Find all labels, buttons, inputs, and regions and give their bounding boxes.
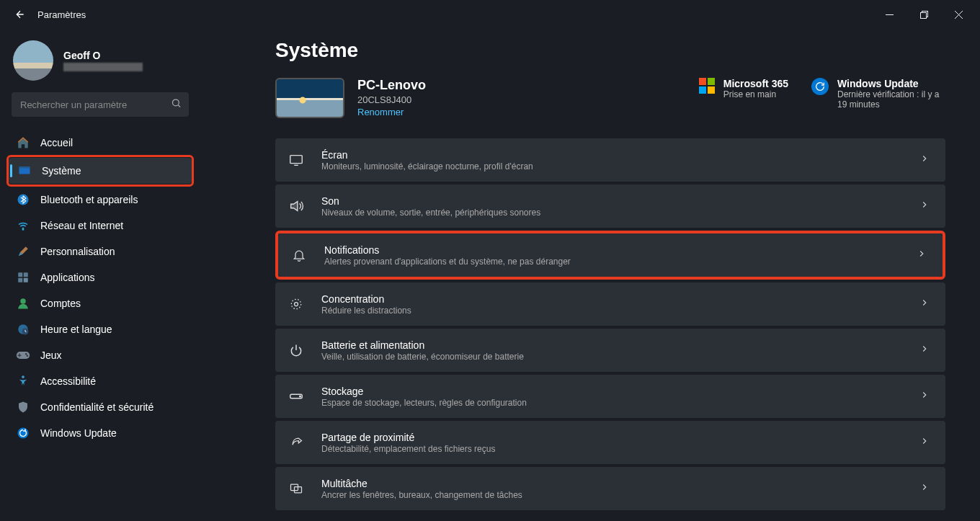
setting-desc: Détectabilité, emplacement des fichiers …: [321, 444, 495, 454]
svg-rect-7: [18, 272, 22, 277]
sidebar-item-systeme[interactable]: Système: [9, 158, 192, 184]
sidebar-item-accueil[interactable]: Accueil: [7, 130, 193, 156]
svg-point-6: [22, 229, 24, 231]
shield-icon: [16, 400, 30, 414]
search-input[interactable]: [12, 92, 189, 117]
setting-batterie[interactable]: Batterie et alimentationVeille, utilisat…: [275, 329, 945, 372]
focus-icon: [287, 295, 306, 313]
sidebar-item-jeux[interactable]: Jeux: [7, 342, 193, 368]
chevron-right-icon: [919, 344, 930, 357]
bell-icon: [290, 246, 308, 264]
page-title: Système: [275, 39, 945, 62]
wifi-icon: [16, 218, 30, 233]
svg-point-11: [20, 298, 26, 304]
sound-icon: [287, 197, 306, 215]
svg-rect-9: [18, 278, 22, 282]
chevron-right-icon: [919, 153, 930, 166]
setting-ecran[interactable]: ÉcranMoniteurs, luminosité, éclairage no…: [275, 138, 945, 182]
maximize-button[interactable]: [908, 4, 940, 25]
sidebar-item-applications[interactable]: Applications: [7, 264, 193, 290]
sidebar-item-label: Windows Update: [40, 427, 117, 439]
main-content: Système PC-Lenovo 20CLS8J400 Renommer Mi…: [202, 29, 980, 521]
pc-name: PC-Lenovo: [357, 78, 426, 93]
setting-son[interactable]: SonNiveaux de volume, sortie, entrée, pé…: [275, 184, 945, 228]
sidebar-item-confidentialite[interactable]: Confidentialité et sécurité: [7, 394, 193, 420]
storage-icon: [287, 387, 306, 406]
setting-desc: Niveaux de volume, sortie, entrée, périp…: [321, 208, 540, 218]
gamepad-icon: [16, 348, 30, 362]
search-wrap: [12, 92, 189, 117]
power-icon: [287, 341, 306, 360]
setting-title: Multitâche: [321, 478, 522, 489]
sidebar-item-reseau[interactable]: Réseau et Internet: [7, 213, 193, 239]
sidebar-item-label: Réseau et Internet: [40, 220, 123, 231]
setting-desc: Espace de stockage, lecteurs, règles de …: [321, 398, 527, 408]
setting-title: Batterie et alimentation: [321, 339, 524, 351]
setting-stockage[interactable]: StockageEspace de stockage, lecteurs, rè…: [275, 375, 945, 418]
display-icon: [287, 151, 306, 169]
svg-point-21: [295, 303, 298, 306]
setting-title: Concentration: [321, 293, 411, 305]
svg-point-15: [25, 353, 27, 355]
share-icon: [287, 433, 306, 452]
minimize-button[interactable]: [873, 4, 905, 25]
sidebar-item-label: Confidentialité et sécurité: [40, 401, 153, 413]
update-icon: [811, 78, 829, 95]
chevron-right-icon: [917, 249, 927, 262]
svg-point-23: [300, 396, 301, 397]
svg-point-18: [18, 428, 29, 439]
window-controls: [873, 4, 974, 25]
home-icon: [16, 135, 30, 150]
setting-desc: Veille, utilisation de batterie, économi…: [321, 352, 524, 362]
close-button[interactable]: [943, 4, 974, 25]
svg-rect-4: [19, 166, 30, 168]
setting-notifications[interactable]: NotificationsAlertes provenant d'applica…: [278, 233, 943, 277]
paintbrush-icon: [16, 244, 30, 259]
ms365-title: Microsoft 365: [723, 78, 788, 89]
sidebar-item-bluetooth[interactable]: Bluetooth et appareils: [7, 187, 193, 213]
windows-update-info[interactable]: Windows Update Dernière vérification : i…: [811, 78, 945, 110]
globe-clock-icon: [16, 322, 30, 337]
svg-rect-19: [290, 156, 303, 164]
setting-desc: Ancrer les fenêtres, bureaux, changement…: [321, 490, 522, 500]
setting-title: Son: [321, 195, 540, 207]
sidebar-item-accessibilite[interactable]: Accessibilité: [7, 368, 193, 394]
highlight-system-sidebar: Système: [6, 155, 194, 187]
pc-rename-link[interactable]: Renommer: [357, 107, 426, 117]
accessibility-icon: [16, 374, 30, 388]
svg-rect-10: [24, 278, 28, 282]
setting-title: Notifications: [324, 244, 571, 256]
person-icon: [16, 296, 30, 311]
sidebar-item-label: Personnalisation: [40, 246, 115, 257]
sidebar-item-comptes[interactable]: Comptes: [7, 290, 193, 316]
setting-desc: Alertes provenant d'applications et du s…: [324, 257, 571, 267]
back-button[interactable]: [10, 4, 30, 25]
chevron-right-icon: [919, 482, 930, 495]
sidebar-item-label: Accessibilité: [40, 375, 96, 387]
ms365-sub: Prise en main: [723, 89, 788, 99]
setting-partage[interactable]: Partage de proximitéDétectabilité, empla…: [275, 421, 945, 464]
sidebar-item-label: Comptes: [40, 298, 81, 309]
chevron-right-icon: [919, 390, 930, 403]
sidebar-item-personnalisation[interactable]: Personnalisation: [7, 239, 193, 264]
wu-title: Windows Update: [837, 78, 945, 89]
sidebar: Geoff O Accueil Système: [0, 29, 202, 521]
profile-email-redacted: [63, 63, 143, 71]
ms365-info[interactable]: Microsoft 365 Prise en main: [699, 78, 788, 99]
setting-concentration[interactable]: ConcentrationRéduire les distractions: [275, 282, 945, 326]
sidebar-item-windows-update[interactable]: Windows Update: [7, 420, 193, 446]
svg-rect-8: [24, 272, 28, 277]
setting-desc: Moniteurs, luminosité, éclairage nocturn…: [321, 161, 533, 172]
highlight-notifications: NotificationsAlertes provenant d'applica…: [275, 231, 945, 280]
setting-title: Écran: [321, 149, 533, 161]
system-icon: [17, 164, 32, 178]
update-icon: [16, 426, 30, 440]
sidebar-item-label: Heure et langue: [40, 324, 112, 335]
profile[interactable]: Geoff O: [13, 40, 193, 81]
sidebar-item-heure[interactable]: Heure et langue: [7, 316, 193, 342]
pc-thumbnail: [275, 78, 344, 118]
apps-icon: [16, 270, 30, 285]
setting-multitache[interactable]: MultitâcheAncrer les fenêtres, bureaux, …: [275, 467, 945, 510]
setting-title: Partage de proximité: [321, 432, 495, 443]
window-title: Paramètres: [37, 9, 86, 20]
